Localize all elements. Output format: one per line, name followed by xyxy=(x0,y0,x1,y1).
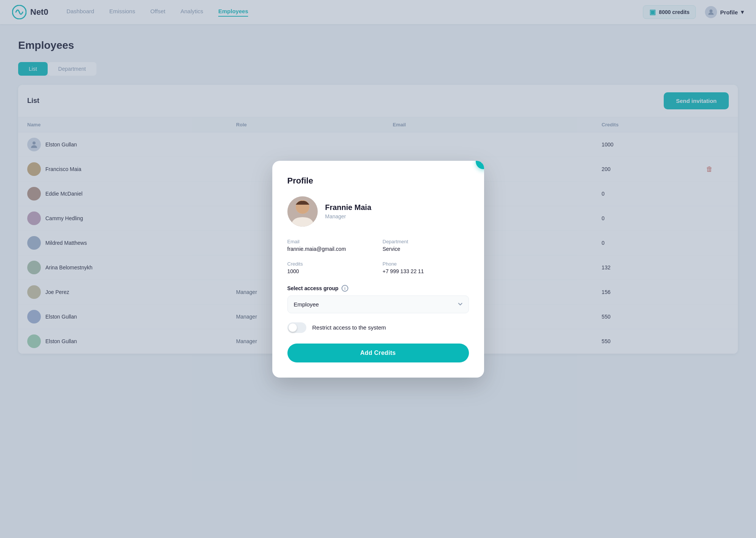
access-group-select[interactable]: Employee Manager Admin xyxy=(287,295,469,313)
access-group-label-row: Select access group i xyxy=(287,285,469,292)
restrict-toggle[interactable] xyxy=(287,322,306,333)
email-value: frannie.maia@gmail.com xyxy=(287,246,374,252)
credits-label: Credits xyxy=(287,261,374,267)
email-label: Email xyxy=(287,239,374,244)
modal-avatar xyxy=(287,196,318,227)
modal-user-role: Manager xyxy=(325,213,371,219)
access-group-label-text: Select access group xyxy=(287,285,338,291)
modal-user-info: Frannie Maia Manager xyxy=(325,203,371,219)
phone-value: +7 999 133 22 11 xyxy=(383,268,469,274)
credits-info: Credits 1000 xyxy=(287,261,374,274)
email-info: Email frannie.maia@gmail.com xyxy=(287,239,374,252)
modal-title: Profile xyxy=(287,176,469,186)
info-icon: i xyxy=(342,285,348,292)
add-credits-button[interactable]: Add Credits xyxy=(287,344,469,362)
access-group-section: Select access group i Employee Manager A… xyxy=(287,285,469,313)
phone-info: Phone +7 999 133 22 11 xyxy=(383,261,469,274)
department-value: Service xyxy=(383,246,469,252)
profile-modal: × Profile Frannie Maia Manager Email xyxy=(272,161,484,378)
modal-profile-header: Frannie Maia Manager xyxy=(287,196,469,227)
modal-user-name: Frannie Maia xyxy=(325,203,371,212)
modal-overlay[interactable]: × Profile Frannie Maia Manager Email xyxy=(0,0,756,538)
modal-close-button[interactable]: × xyxy=(476,161,484,169)
department-info: Department Service xyxy=(383,239,469,252)
credits-value: 1000 xyxy=(287,268,374,274)
department-label: Department xyxy=(383,239,469,244)
toggle-knob xyxy=(289,323,297,332)
modal-info-grid: Email frannie.maia@gmail.com Department … xyxy=(287,239,469,274)
restrict-label: Restrict access to the system xyxy=(312,324,386,331)
phone-label: Phone xyxy=(383,261,469,267)
restrict-row: Restrict access to the system xyxy=(287,322,469,333)
